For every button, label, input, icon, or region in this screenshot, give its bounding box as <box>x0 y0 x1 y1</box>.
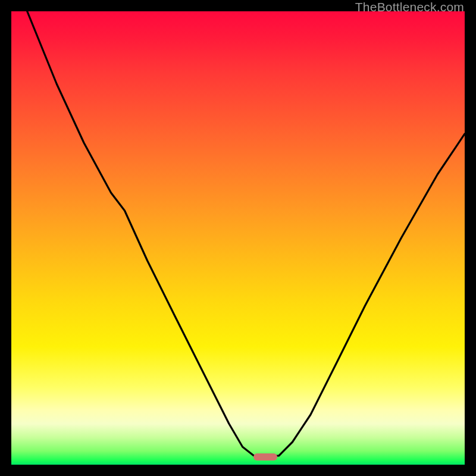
bottleneck-curve <box>11 11 465 465</box>
plot-area <box>11 11 465 465</box>
optimal-marker <box>253 453 277 461</box>
watermark-text: TheBottleneck.com <box>355 0 464 14</box>
chart-frame: TheBottleneck.com <box>0 0 476 476</box>
